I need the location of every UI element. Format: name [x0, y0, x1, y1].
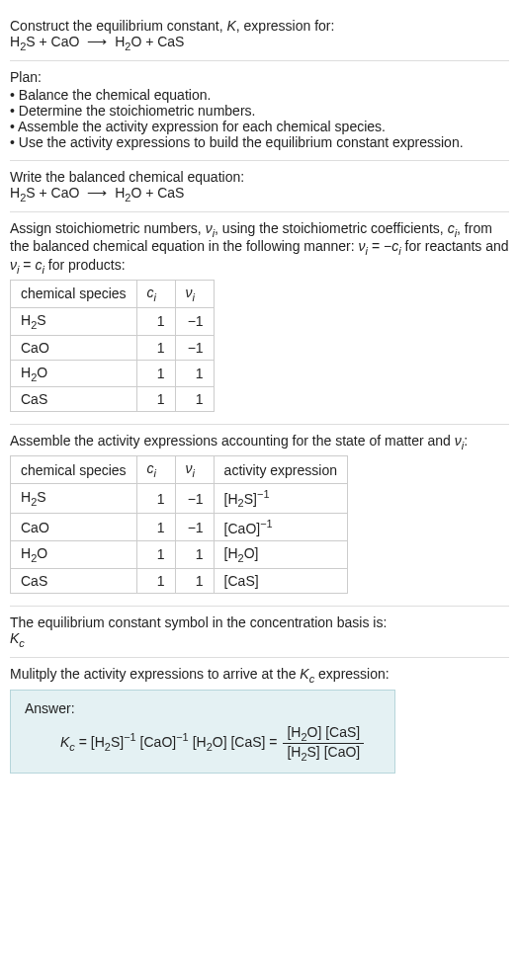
assign-section: Assign stoichiometric numbers, νi, using…	[10, 212, 509, 426]
table-row: H2S 1 −1	[11, 307, 215, 335]
eq-part: H	[10, 185, 20, 201]
plan-title: Plan:	[10, 69, 509, 85]
nu-symbol: ν	[10, 257, 17, 273]
text: S]	[111, 734, 124, 750]
multiply-section: Mulitply the activity expressions to arr…	[10, 658, 509, 781]
k-symbol: K	[60, 734, 69, 750]
text: = −	[368, 238, 391, 254]
intro-text: Construct the equilibrium constant,	[10, 18, 226, 34]
species-cell: H2S	[11, 307, 137, 335]
sub-i: i	[154, 291, 156, 303]
species-cell: H2O	[11, 541, 137, 569]
eq-part: O + CaS	[130, 185, 184, 201]
sub-i: i	[154, 467, 156, 479]
eq-part: H	[115, 34, 125, 49]
table-header-row: chemical species ci νi activity expressi…	[11, 456, 348, 484]
eq-part: O + CaS	[130, 34, 184, 49]
col-c: ci	[136, 456, 175, 484]
c-cell: 1	[136, 335, 175, 360]
c-cell: 1	[136, 307, 175, 335]
text: CaO	[21, 520, 49, 535]
fraction: [H2O] [CaS][H2S] [CaO]	[283, 724, 364, 763]
answer-label: Answer:	[25, 700, 381, 716]
text: H	[21, 545, 31, 561]
nu-symbol: ν	[359, 238, 366, 254]
balanced-title: Write the balanced chemical equation:	[10, 169, 509, 185]
nu-symbol: ν	[186, 285, 193, 300]
species-cell: CaO	[11, 335, 137, 360]
table-row: CaO 1 −1	[11, 335, 215, 360]
text: [CaS]	[224, 573, 259, 589]
text: S	[37, 489, 45, 505]
species-cell: H2O	[11, 360, 137, 387]
table-row: H2S 1 −1 [H2S]−1	[11, 483, 348, 513]
text: [CaS]	[230, 734, 265, 750]
c-cell: 1	[136, 541, 175, 569]
intro-equation: H2S + CaO ⟶ H2O + CaS	[10, 34, 509, 52]
species-cell: CaS	[11, 568, 137, 593]
activity-table: chemical species ci νi activity expressi…	[10, 455, 348, 594]
c-symbol: c	[147, 285, 154, 300]
col-activity: activity expression	[214, 456, 347, 484]
species-cell: CaS	[11, 387, 137, 412]
c-cell: 1	[136, 514, 175, 541]
assemble-section: Assemble the activity expressions accoun…	[10, 425, 509, 607]
c-symbol: c	[448, 220, 455, 236]
text: S] [CaO]	[307, 744, 361, 760]
nu-cell: −1	[175, 307, 214, 335]
plan-section: Plan: Balance the chemical equation. Det…	[10, 61, 509, 161]
table-row: CaS 1 1	[11, 387, 215, 412]
c-cell: 1	[136, 387, 175, 412]
nu-symbol: ν	[186, 460, 193, 476]
text: [H	[224, 491, 238, 507]
text: =	[19, 257, 35, 273]
assemble-text: Assemble the activity expressions accoun…	[10, 433, 509, 451]
text: S	[37, 312, 45, 328]
eq-part: S + CaO	[26, 185, 79, 201]
col-nu: νi	[175, 280, 214, 307]
sup: −1	[260, 518, 273, 530]
plan-list: Balance the chemical equation. Determine…	[10, 87, 509, 150]
plan-item: Use the activity expressions to build th…	[10, 134, 509, 150]
intro-line1: Construct the equilibrium constant, K, e…	[10, 18, 509, 34]
c-symbol: c	[147, 460, 154, 476]
nu-cell: 1	[175, 541, 214, 569]
k-symbol: K	[300, 666, 308, 682]
nu-cell: −1	[175, 483, 214, 513]
eq-part: S + CaO	[26, 34, 79, 49]
answer-equation: Kc = [H2S]−1 [CaO]−1 [H2O] [CaS] = [H2O]…	[25, 724, 381, 763]
text: Assign stoichiometric numbers,	[10, 220, 206, 236]
stoich-table: chemical species ci νi H2S 1 −1 CaO 1 −1…	[10, 280, 215, 412]
nu-cell: 1	[175, 360, 214, 387]
plan-item: Determine the stoichiometric numbers.	[10, 103, 509, 119]
intro-section: Construct the equilibrium constant, K, e…	[10, 10, 509, 61]
table-row: H2O 1 1 [H2O]	[11, 541, 348, 569]
text: [H	[287, 724, 301, 740]
species-cell: CaO	[11, 514, 137, 541]
plan-item: Assemble the activity expression for eac…	[10, 119, 509, 134]
text: H	[21, 365, 31, 380]
c-cell: 1	[136, 360, 175, 387]
c-cell: 1	[136, 568, 175, 593]
sup: −1	[257, 488, 270, 500]
text: [H	[193, 734, 207, 750]
symbol-section: The equilibrium constant symbol in the c…	[10, 607, 509, 658]
text: O	[37, 365, 47, 380]
c-cell: 1	[136, 483, 175, 513]
table-row: CaS 1 1 [CaS]	[11, 568, 348, 593]
text: , using the stoichiometric coefficients,	[215, 220, 448, 236]
assign-text: Assign stoichiometric numbers, νi, using…	[10, 220, 509, 276]
text: H	[21, 489, 31, 505]
eq-part: H	[10, 34, 20, 49]
nu-symbol: ν	[206, 220, 213, 236]
text: O]	[213, 734, 227, 750]
text: Assemble the activity expressions accoun…	[10, 433, 455, 449]
col-species: chemical species	[11, 456, 137, 484]
k-symbol: K	[10, 630, 19, 646]
eq-part: H	[115, 185, 125, 201]
text: [CaO]	[224, 521, 261, 536]
activity-cell: [H2S]−1	[214, 483, 347, 513]
text: =	[75, 734, 91, 750]
text: Mulitply the activity expressions to arr…	[10, 666, 300, 682]
text: O]	[244, 545, 259, 561]
